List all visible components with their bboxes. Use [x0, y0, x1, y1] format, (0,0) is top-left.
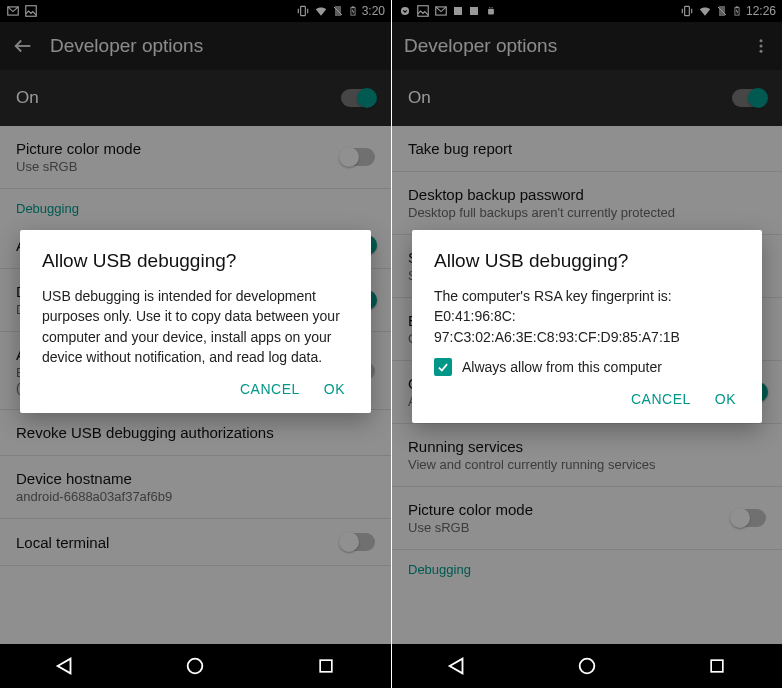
cancel-button[interactable]: CANCEL — [631, 391, 691, 407]
checkbox-always-allow[interactable] — [434, 358, 452, 376]
dialog-title: Allow USB debugging? — [434, 250, 740, 272]
nav-home-button[interactable] — [557, 644, 617, 688]
rsa-label: The computer's RSA key fingerprint is: — [434, 286, 740, 306]
dialog-usb-debugging-rsa: Allow USB debugging? The computer's RSA … — [412, 230, 762, 423]
nav-bar — [0, 644, 391, 688]
dialog-body: The computer's RSA key fingerprint is: E… — [434, 286, 740, 377]
svg-point-26 — [580, 659, 595, 674]
ok-button[interactable]: OK — [715, 391, 736, 407]
svg-rect-27 — [711, 660, 723, 672]
phone-right: 12:26 Developer options On Take bug repo… — [391, 0, 782, 688]
rsa-fingerprint-line: 97:C3:02:A6:3E:C8:93:CF:D9:85:A7:1B — [434, 327, 740, 347]
checkbox-label: Always allow from this computer — [462, 357, 662, 377]
ok-button[interactable]: OK — [324, 381, 345, 397]
nav-recent-button[interactable] — [687, 644, 747, 688]
svg-marker-25 — [450, 659, 463, 674]
nav-bar — [392, 644, 782, 688]
phone-left: 3:20 Developer options On Picture color … — [0, 0, 391, 688]
nav-recent-button[interactable] — [296, 644, 356, 688]
nav-back-button[interactable] — [35, 644, 95, 688]
dialog-usb-debugging: Allow USB debugging? USB debugging is in… — [20, 230, 371, 413]
svg-marker-7 — [58, 659, 71, 674]
nav-back-button[interactable] — [427, 644, 487, 688]
nav-home-button[interactable] — [165, 644, 225, 688]
svg-point-8 — [188, 659, 203, 674]
cancel-button[interactable]: CANCEL — [240, 381, 300, 397]
rsa-fingerprint-line: E0:41:96:8C: — [434, 306, 740, 326]
always-allow-row[interactable]: Always allow from this computer — [434, 357, 740, 377]
dialog-title: Allow USB debugging? — [42, 250, 349, 272]
dialog-body: USB debugging is intended for developmen… — [42, 286, 349, 367]
svg-rect-9 — [320, 660, 332, 672]
